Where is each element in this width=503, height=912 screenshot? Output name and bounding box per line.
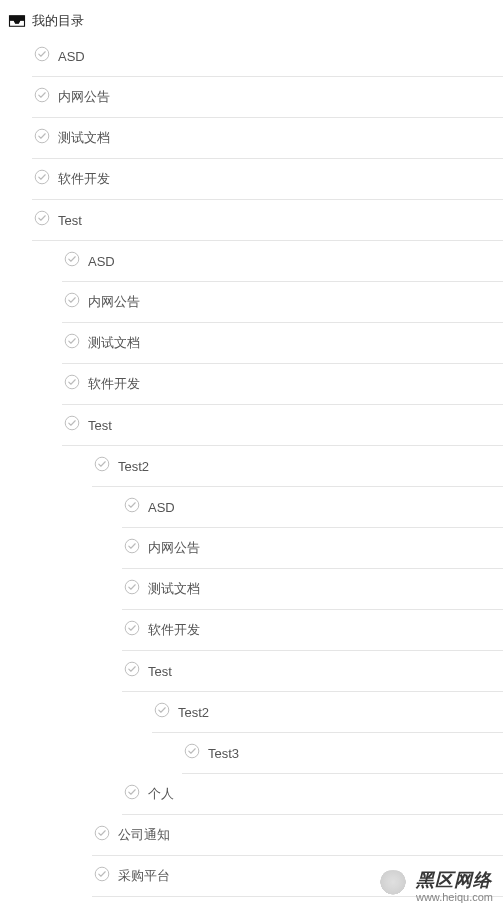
check-circle-icon [34, 46, 50, 66]
check-circle-icon [124, 579, 140, 599]
check-circle-icon [64, 251, 80, 271]
svg-point-0 [35, 47, 49, 61]
tree-item-label: ASD [148, 500, 175, 515]
svg-point-17 [185, 744, 199, 758]
check-circle-icon [34, 210, 50, 230]
directory-tree: 我的目录 ASD内网公告测试文档软件开发TestASD内网公告测试文档软件开发T… [0, 0, 503, 897]
svg-point-1 [35, 88, 49, 102]
check-circle-icon [124, 497, 140, 517]
tree-item[interactable]: 软件开发 [32, 159, 503, 200]
check-circle-icon [64, 374, 80, 394]
tree-item[interactable]: Test3 [182, 733, 503, 774]
tree-item-label: Test2 [118, 459, 149, 474]
svg-point-8 [65, 375, 79, 389]
tree-item[interactable]: 个人 [122, 774, 503, 815]
tree-item-label: 采购平台 [118, 867, 170, 885]
tree-item-label: 软件开发 [58, 170, 110, 188]
check-circle-icon [94, 866, 110, 886]
check-circle-icon [64, 415, 80, 435]
svg-point-11 [125, 498, 139, 512]
check-circle-icon [154, 702, 170, 722]
tree-item-label: 测试文档 [58, 129, 110, 147]
svg-point-6 [65, 293, 79, 307]
tree-item-label: 软件开发 [148, 621, 200, 639]
tree-item-label: ASD [88, 254, 115, 269]
tree-item[interactable]: 公司通知 [92, 815, 503, 856]
tree-item-label: 公司通知 [118, 826, 170, 844]
svg-point-9 [65, 416, 79, 430]
check-circle-icon [34, 128, 50, 148]
tree-item-label: Test2 [178, 705, 209, 720]
check-circle-icon [124, 784, 140, 804]
tree-item[interactable]: 测试文档 [62, 323, 503, 364]
check-circle-icon [124, 661, 140, 681]
tree-item-label: Test3 [208, 746, 239, 761]
svg-point-10 [95, 457, 109, 471]
tree-item-label: Test [58, 213, 82, 228]
tree-item[interactable]: Test2 [152, 692, 503, 733]
tree-item[interactable]: 内网公告 [32, 77, 503, 118]
svg-point-4 [35, 211, 49, 225]
tree-item[interactable]: 内网公告 [122, 528, 503, 569]
tree-item[interactable]: Test2 [92, 446, 503, 487]
svg-point-19 [95, 826, 109, 840]
tree-item-label: 测试文档 [148, 580, 200, 598]
tree-item-label: 内网公告 [88, 293, 140, 311]
svg-point-20 [95, 867, 109, 881]
check-circle-icon [184, 743, 200, 763]
check-circle-icon [34, 169, 50, 189]
tree-root-item[interactable]: 我的目录 [8, 12, 503, 36]
tree-item[interactable]: ASD [122, 487, 503, 528]
tree-item-label: 软件开发 [88, 375, 140, 393]
tree-item[interactable]: 软件开发 [62, 364, 503, 405]
check-circle-icon [64, 292, 80, 312]
svg-point-13 [125, 580, 139, 594]
svg-point-14 [125, 621, 139, 635]
svg-point-2 [35, 129, 49, 143]
check-circle-icon [94, 825, 110, 845]
tree-item[interactable]: ASD [32, 36, 503, 77]
check-circle-icon [94, 456, 110, 476]
tree-item[interactable]: Test [62, 405, 503, 446]
tree-item[interactable]: Test [122, 651, 503, 692]
svg-point-12 [125, 539, 139, 553]
tree-item-label: Test [148, 664, 172, 679]
tree-item-label: 内网公告 [148, 539, 200, 557]
tree-item[interactable]: ASD [62, 241, 503, 282]
tree-item-label: ASD [58, 49, 85, 64]
tree-item[interactable]: Test [32, 200, 503, 241]
check-circle-icon [34, 87, 50, 107]
tree-item-label: 个人 [148, 785, 174, 803]
check-circle-icon [124, 538, 140, 558]
tree-item-label: 测试文档 [88, 334, 140, 352]
tree-item[interactable]: 内网公告 [62, 282, 503, 323]
svg-point-16 [155, 703, 169, 717]
tree-item[interactable]: 采购平台 [92, 856, 503, 897]
check-circle-icon [124, 620, 140, 640]
tree-item-label: 内网公告 [58, 88, 110, 106]
svg-point-5 [65, 252, 79, 266]
tree-item[interactable]: 测试文档 [32, 118, 503, 159]
tree-item-label: Test [88, 418, 112, 433]
tree-body: ASD内网公告测试文档软件开发TestASD内网公告测试文档软件开发TestTe… [8, 36, 503, 897]
svg-point-15 [125, 662, 139, 676]
tree-root-label: 我的目录 [32, 12, 84, 30]
tree-item[interactable]: 测试文档 [122, 569, 503, 610]
inbox-icon [8, 14, 26, 28]
svg-point-7 [65, 334, 79, 348]
svg-point-3 [35, 170, 49, 184]
check-circle-icon [64, 333, 80, 353]
svg-point-18 [125, 785, 139, 799]
tree-item[interactable]: 软件开发 [122, 610, 503, 651]
